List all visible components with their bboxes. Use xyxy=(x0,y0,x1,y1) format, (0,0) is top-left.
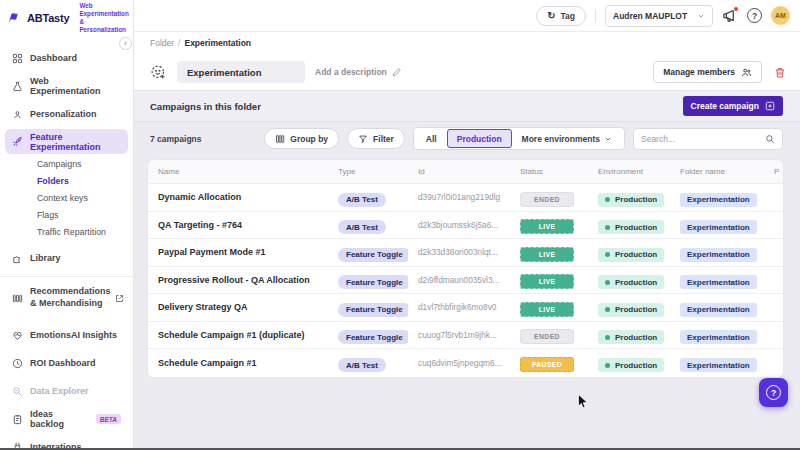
tab-production[interactable]: Production xyxy=(447,129,512,148)
type-badge: A/B Test xyxy=(338,193,386,207)
dashboard-icon xyxy=(12,53,23,64)
folder-actions: Manage members xyxy=(653,61,786,83)
avatar[interactable]: AM xyxy=(771,6,790,25)
campaign-count: 7 campaigns xyxy=(150,134,202,144)
campaigns-table: Name Type Id Status Environment Folder n… xyxy=(148,160,783,377)
puzzle-icon xyxy=(12,253,23,264)
add-emoji-icon[interactable] xyxy=(150,64,167,81)
members-icon xyxy=(741,67,752,78)
folder-badge: Experimentation xyxy=(680,303,757,317)
delete-folder-button[interactable] xyxy=(774,66,786,79)
manage-members-button[interactable]: Manage members xyxy=(653,61,762,83)
environment-badge: Production xyxy=(598,193,664,207)
table-row[interactable]: Paypal Payment Mode #1 Feature Toggle d2… xyxy=(148,239,783,267)
add-description-button[interactable]: Add a description xyxy=(315,67,402,77)
table-row[interactable]: Schedule Campaign #1 A/B Test cuq6dvim5j… xyxy=(148,349,783,377)
sidebar-item-personalization[interactable]: Personalization xyxy=(0,100,133,128)
status-badge: LIVE xyxy=(520,219,574,234)
environment-badge: Production xyxy=(598,330,664,344)
table-row[interactable]: Progressive Rollout - QA Allocation Feat… xyxy=(148,267,783,295)
cards-icon xyxy=(12,293,23,304)
folder-name-input[interactable] xyxy=(177,61,305,83)
folder-badge: Experimentation xyxy=(680,275,757,289)
type-badge: A/B Test xyxy=(338,358,386,372)
sidebar-subitem-campaigns[interactable]: Campaigns xyxy=(0,155,133,172)
type-badge: Feature Toggle xyxy=(338,330,408,344)
search-box xyxy=(633,128,783,150)
folder-header: Add a description Manage members xyxy=(134,54,800,91)
environment-badge: Production xyxy=(598,248,664,262)
sidebar: ABTasty Web Experimentation& Personaliza… xyxy=(0,0,134,450)
user-name: Audren MAUPLOT xyxy=(613,11,687,21)
sidebar-item-dashboard[interactable]: Dashboard xyxy=(0,44,133,72)
topbar: ↻ Tag Audren MAUPLOT ? AM xyxy=(134,0,800,32)
sidebar-item-ideas-backlog[interactable]: Ideas backlog BETA xyxy=(0,405,133,433)
table-row[interactable]: Dynamic Allocation A/B Test d39u7rl0i01a… xyxy=(148,184,783,212)
folder-badge: Experimentation xyxy=(680,248,757,262)
external-link-icon xyxy=(115,294,124,303)
status-badge: LIVE xyxy=(520,274,574,289)
env-dot-icon xyxy=(605,197,610,202)
sidebar-item-feature-experimentation[interactable]: Feature Experimentation xyxy=(5,129,128,154)
environment-badge: Production xyxy=(598,303,664,317)
filter-button[interactable]: Filter xyxy=(347,128,405,149)
floating-help-button[interactable]: ? xyxy=(759,378,788,407)
env-dot-icon xyxy=(605,225,610,230)
trash-icon xyxy=(774,66,786,79)
type-badge: Feature Toggle xyxy=(338,248,408,262)
chevron-down-icon xyxy=(604,135,612,143)
pencil-icon xyxy=(392,67,402,77)
environment-badge: Production xyxy=(598,220,664,234)
table-row[interactable]: Delivery Strategy QA Feature Toggle d1vl… xyxy=(148,294,783,322)
sidebar-subitem-context-keys[interactable]: Context keys xyxy=(0,189,133,206)
filter-bar: 7 campaigns Group by Filter All Producti… xyxy=(134,122,800,155)
sidebar-item-recommendations[interactable]: Recommendations & Merchandising xyxy=(0,281,133,315)
plus-square-icon xyxy=(765,101,775,111)
status-badge: PAUSED xyxy=(520,357,574,372)
breadcrumb-current: Experimentation xyxy=(184,38,251,48)
breadcrumb-folder[interactable]: Folder xyxy=(150,38,174,48)
search-data-icon xyxy=(12,386,23,397)
sidebar-item-emotionsai-insights[interactable]: EmotionsAI Insights xyxy=(0,321,133,349)
env-dot-icon xyxy=(605,252,610,257)
help-button[interactable]: ? xyxy=(747,8,762,23)
sidebar-item-web-experimentation[interactable]: Web Experimentation xyxy=(0,72,133,100)
group-by-button[interactable]: Group by xyxy=(264,128,339,149)
table-row[interactable]: QA Targeting - #764 A/B Test d2k3bjoumss… xyxy=(148,212,783,240)
env-dot-icon xyxy=(605,335,610,340)
search-input[interactable] xyxy=(641,134,765,144)
sidebar-item-roi-dashboard[interactable]: ROI Dashboard xyxy=(0,349,133,377)
funnel-icon xyxy=(358,134,368,144)
environment-badge: Production xyxy=(598,358,664,372)
topbar-divider xyxy=(595,9,596,23)
create-campaign-button[interactable]: Create campaign xyxy=(683,96,784,116)
sidebar-subitem-folders[interactable]: Folders xyxy=(0,172,133,189)
folder-badge: Experimentation xyxy=(680,330,757,344)
notification-dot xyxy=(733,6,739,12)
search-icon xyxy=(765,134,775,144)
folder-badge: Experimentation xyxy=(680,358,757,372)
refresh-icon: ↻ xyxy=(547,10,555,21)
sidebar-subitem-flags[interactable]: Flags xyxy=(0,206,133,223)
environment-badge: Production xyxy=(598,275,664,289)
rocket-icon xyxy=(12,136,23,147)
tag-button[interactable]: ↻ Tag xyxy=(536,6,586,26)
tab-all[interactable]: All xyxy=(416,129,447,148)
status-badge: LIVE xyxy=(520,302,574,317)
flask-icon xyxy=(12,81,23,92)
clock-icon xyxy=(12,358,23,369)
brand-logo[interactable]: ABTasty Web Experimentation& Personaliza… xyxy=(0,0,133,36)
tab-more-environments[interactable]: More environments xyxy=(512,129,622,148)
sidebar-collapse-icon[interactable]: ‹ xyxy=(119,37,132,50)
sidebar-subitem-traffic-repartition[interactable]: Traffic Repartition xyxy=(0,223,133,240)
notifications-button[interactable] xyxy=(722,8,738,24)
table-row[interactable]: Schedule Campaign #1 (duplicate) Feature… xyxy=(148,322,783,350)
heart-pulse-icon xyxy=(12,330,23,341)
sidebar-item-library[interactable]: Library xyxy=(0,244,133,272)
chevron-down-icon xyxy=(697,12,705,20)
user-dropdown[interactable]: Audren MAUPLOT xyxy=(605,5,713,27)
campaigns-section-bar: Campaigns in this folder Create campaign xyxy=(134,91,800,122)
brand-tagline: Web Experimentation& Personalization xyxy=(79,2,128,33)
brand-name: ABTasty xyxy=(27,12,69,24)
env-dot-icon xyxy=(605,363,610,368)
